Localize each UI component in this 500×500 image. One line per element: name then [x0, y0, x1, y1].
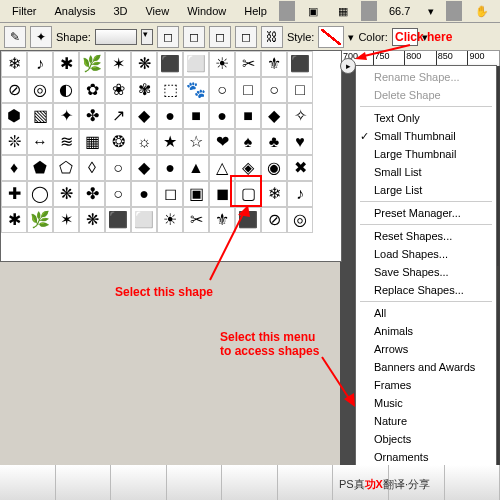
shape-thumbnail[interactable]: ⬛ [287, 51, 313, 77]
menu-filter[interactable]: Filter [4, 3, 44, 19]
shape-thumbnail[interactable]: ▦ [79, 129, 105, 155]
menu-nature[interactable]: Nature [356, 412, 496, 430]
shape-thumbnail[interactable]: ✶ [105, 51, 131, 77]
menu-help[interactable]: Help [236, 3, 275, 19]
shape-thumbnail[interactable]: ● [157, 155, 183, 181]
shape-thumbnail[interactable]: ○ [261, 77, 287, 103]
shape-thumbnail[interactable]: ■ [183, 103, 209, 129]
shape-thumbnail[interactable]: ✱ [1, 207, 27, 233]
shape-thumbnail[interactable]: □ [287, 77, 313, 103]
shape-thumbnail[interactable]: ◐ [53, 77, 79, 103]
menu-save-shapes[interactable]: Save Shapes... [356, 263, 496, 281]
shape-thumbnail[interactable]: △ [209, 155, 235, 181]
shape-thumbnail[interactable]: ❤ [209, 129, 235, 155]
shape-thumbnail[interactable]: ▢ [235, 181, 261, 207]
shape-thumbnail[interactable]: ❄ [1, 51, 27, 77]
menu-reset-shapes[interactable]: Reset Shapes... [356, 227, 496, 245]
shape-thumbnail[interactable]: ✂ [183, 207, 209, 233]
menu-text-only[interactable]: Text Only [356, 109, 496, 127]
shape-thumbnail[interactable]: ♠ [235, 129, 261, 155]
mode-icon-4[interactable]: ◻ [235, 26, 257, 48]
shape-thumbnail[interactable]: ◯ [27, 181, 53, 207]
shape-thumbnail[interactable]: ✿ [79, 77, 105, 103]
menu-frames[interactable]: Frames [356, 376, 496, 394]
shape-thumbnail[interactable]: ✦ [53, 103, 79, 129]
flyout-menu-button[interactable]: ▸ [340, 58, 356, 74]
shape-thumbnail[interactable]: ❄ [261, 181, 287, 207]
shape-thumbnail[interactable]: ⬛ [235, 207, 261, 233]
shape-thumbnail[interactable]: □ [235, 77, 261, 103]
shape-thumbnail[interactable]: ▧ [27, 103, 53, 129]
shape-thumbnail[interactable]: ⬜ [131, 207, 157, 233]
shape-thumbnail[interactable]: ↔ [27, 129, 53, 155]
shape-thumbnail[interactable]: 🌿 [79, 51, 105, 77]
shape-thumbnail[interactable]: ◎ [27, 77, 53, 103]
shape-thumbnail[interactable]: ● [157, 103, 183, 129]
menu-banners[interactable]: Banners and Awards [356, 358, 496, 376]
shape-thumbnail[interactable]: ✾ [131, 77, 157, 103]
shape-thumbnail[interactable]: ◈ [235, 155, 261, 181]
shape-thumbnail[interactable]: ❂ [105, 129, 131, 155]
shape-thumbnail[interactable]: ★ [157, 129, 183, 155]
mode-icon-3[interactable]: ◻ [209, 26, 231, 48]
shape-thumbnail[interactable]: ♦ [1, 155, 27, 181]
shape-thumbnail[interactable]: ■ [235, 103, 261, 129]
shape-thumbnail[interactable]: ✧ [287, 103, 313, 129]
shape-thumbnail[interactable]: ◊ [79, 155, 105, 181]
zoom-dropdown-icon[interactable]: ▾ [420, 3, 442, 20]
shape-thumbnail[interactable]: ✤ [79, 181, 105, 207]
menu-animals[interactable]: Animals [356, 322, 496, 340]
shape-preview[interactable] [95, 29, 137, 45]
shape-thumbnail[interactable]: ❋ [53, 181, 79, 207]
shape-thumbnail[interactable]: ◉ [261, 155, 287, 181]
shape-thumbnail[interactable]: ❀ [105, 77, 131, 103]
shape-thumbnail[interactable]: ☆ [183, 129, 209, 155]
pen-tool-icon[interactable]: ✎ [4, 26, 26, 48]
shape-thumbnail[interactable]: ⬚ [157, 77, 183, 103]
shape-thumbnail[interactable]: ↗ [105, 103, 131, 129]
shape-thumbnail[interactable]: ○ [105, 181, 131, 207]
shape-thumbnail[interactable]: ❊ [1, 129, 27, 155]
menu-all[interactable]: All [356, 304, 496, 322]
shape-thumbnail[interactable]: ◆ [261, 103, 287, 129]
menu-music[interactable]: Music [356, 394, 496, 412]
shape-thumbnail[interactable]: ✱ [53, 51, 79, 77]
shape-thumbnail[interactable]: ☀ [157, 207, 183, 233]
shape-thumbnail[interactable]: ♥ [287, 129, 313, 155]
shape-thumbnail[interactable]: ⚜ [261, 51, 287, 77]
shape-thumbnail[interactable]: ● [131, 181, 157, 207]
shape-thumbnail[interactable]: ⊘ [1, 77, 27, 103]
shape-thumbnail[interactable]: ○ [105, 155, 131, 181]
menu-view[interactable]: View [137, 3, 177, 19]
menu-3d[interactable]: 3D [105, 3, 135, 19]
menu-load-shapes[interactable]: Load Shapes... [356, 245, 496, 263]
zoom-value[interactable]: 66.7 [381, 3, 418, 19]
shape-thumbnail[interactable]: ⚜ [209, 207, 235, 233]
film-icon[interactable]: ▦ [329, 0, 357, 23]
shape-thumbnail[interactable]: ❋ [79, 207, 105, 233]
shape-thumbnail[interactable]: ▣ [183, 181, 209, 207]
shape-thumbnail[interactable]: ✤ [79, 103, 105, 129]
shape-thumbnail[interactable]: ● [209, 103, 235, 129]
menu-analysis[interactable]: Analysis [46, 3, 103, 19]
shape-thumbnail[interactable]: ⬜ [183, 51, 209, 77]
shape-thumbnail[interactable]: ♣ [261, 129, 287, 155]
shape-thumbnail[interactable]: ✂ [235, 51, 261, 77]
shape-thumbnail[interactable]: ☼ [131, 129, 157, 155]
shape-thumbnail[interactable]: ⬛ [157, 51, 183, 77]
shape-thumbnail[interactable]: ♪ [27, 51, 53, 77]
shape-thumbnail[interactable]: ○ [209, 77, 235, 103]
shape-thumbnail[interactable]: ⬟ [27, 155, 53, 181]
shape-thumbnail[interactable]: ≋ [53, 129, 79, 155]
menu-preset-manager[interactable]: Preset Manager... [356, 204, 496, 222]
menu-arrows[interactable]: Arrows [356, 340, 496, 358]
shape-thumbnail[interactable]: ☀ [209, 51, 235, 77]
shape-thumbnail[interactable]: 🌿 [27, 207, 53, 233]
shape-thumbnail[interactable]: ✚ [1, 181, 27, 207]
custom-shape-tool-icon[interactable]: ✦ [30, 26, 52, 48]
shape-thumbnail[interactable]: ◻ [157, 181, 183, 207]
menu-window[interactable]: Window [179, 3, 234, 19]
menu-large-thumbnail[interactable]: Large Thumbnail [356, 145, 496, 163]
shape-thumbnail[interactable]: ◆ [131, 103, 157, 129]
menu-small-list[interactable]: Small List [356, 163, 496, 181]
